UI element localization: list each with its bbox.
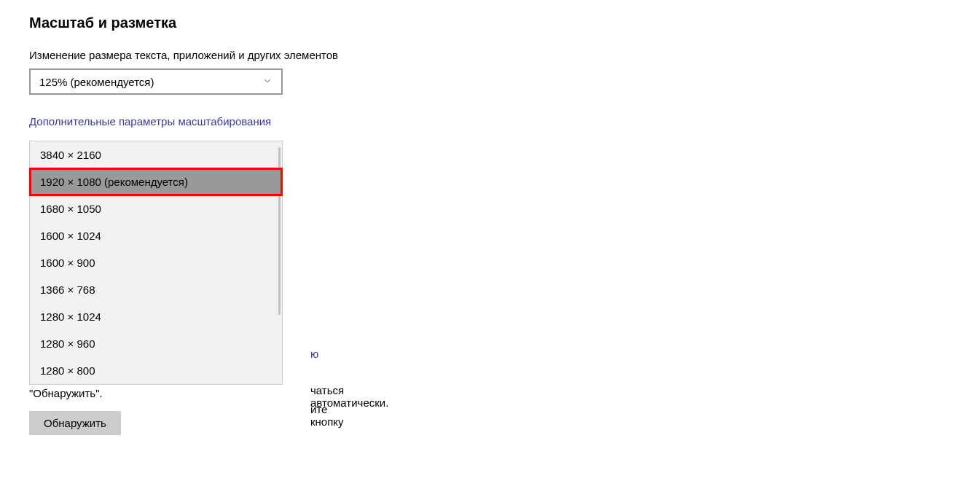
- advanced-scaling-link[interactable]: Дополнительные параметры масштабирования: [29, 115, 951, 128]
- detect-help-line3: "Обнаружить".: [29, 385, 951, 402]
- behind-text-line2: ите кнопку: [310, 403, 344, 428]
- resolution-option[interactable]: 1600 × 900: [30, 249, 282, 276]
- resolution-option[interactable]: 1680 × 1050: [30, 195, 282, 222]
- scale-dropdown[interactable]: 125% (рекомендуется): [29, 69, 283, 95]
- resolution-option[interactable]: 1366 × 768: [30, 276, 282, 303]
- behind-link-fragment[interactable]: ю: [310, 348, 318, 360]
- resolution-option[interactable]: 3840 × 2160: [30, 141, 282, 168]
- resolution-dropdown-list[interactable]: 3840 × 2160 1920 × 1080 (рекомендуется) …: [29, 141, 283, 385]
- detect-button[interactable]: Обнаружить: [29, 411, 121, 435]
- scale-setting-label: Изменение размера текста, приложений и д…: [29, 49, 951, 61]
- resolution-option[interactable]: 1280 × 800: [30, 357, 282, 384]
- chevron-down-icon: [262, 76, 273, 88]
- resolution-option-recommended[interactable]: 1920 × 1080 (рекомендуется): [30, 168, 282, 195]
- resolution-option[interactable]: 1280 × 960: [30, 330, 282, 357]
- scale-dropdown-value: 125% (рекомендуется): [39, 76, 154, 88]
- resolution-option[interactable]: 1600 × 1024: [30, 222, 282, 249]
- scale-section-title: Масштаб и разметка: [29, 15, 951, 31]
- resolution-option[interactable]: 1280 × 1024: [30, 303, 282, 330]
